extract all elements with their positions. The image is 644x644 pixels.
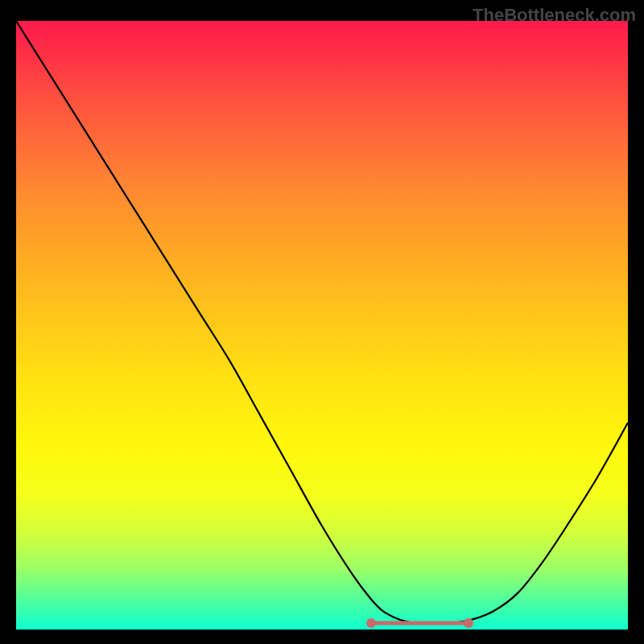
highlight-end-marker xyxy=(464,618,473,628)
watermark-text: TheBottleneck.com xyxy=(473,5,636,26)
bottleneck-curve xyxy=(16,21,628,624)
highlight-start-marker xyxy=(366,618,376,628)
highlight-segment xyxy=(371,621,469,625)
curve-svg xyxy=(16,21,628,630)
plot-area xyxy=(16,21,628,630)
